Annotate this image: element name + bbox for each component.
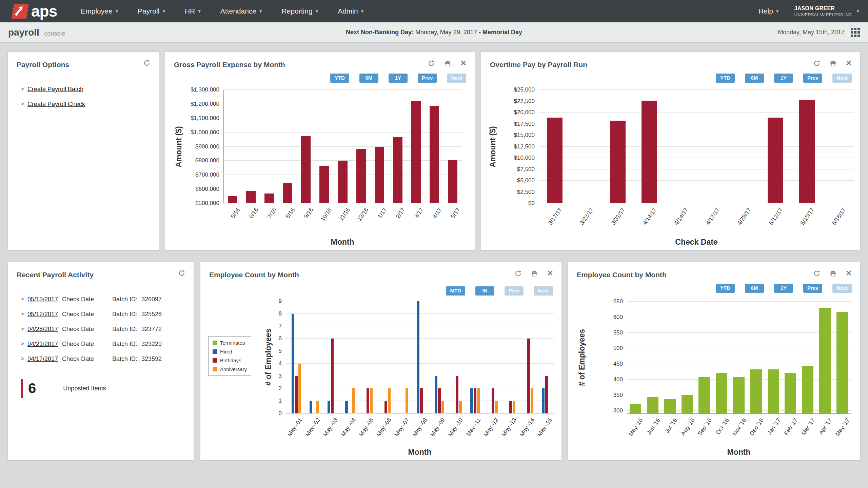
nav-item-label: Payroll <box>138 7 159 15</box>
x-axis-label: Month <box>331 238 354 247</box>
nav-item-employee[interactable]: Employee▾ <box>81 7 118 15</box>
bar <box>246 191 256 203</box>
nav-item-attendance[interactable]: Attendance▾ <box>220 7 262 15</box>
x-tick: Apr '17 <box>818 417 834 436</box>
bar <box>295 376 298 413</box>
bar <box>768 369 779 414</box>
activity-date-link[interactable]: 05/15/2017 <box>27 296 58 303</box>
bar-group <box>465 301 482 413</box>
payroll-options-list: >Create Payroll Batch >Create Payroll Ch… <box>21 82 85 111</box>
x-tick-slot: 3/17 <box>407 204 425 236</box>
create-payroll-batch-link[interactable]: Create Payroll Batch <box>27 86 83 93</box>
bar <box>492 388 494 413</box>
batch-id-label: Batch ID: <box>112 296 137 303</box>
x-tick: Aug '16 <box>679 417 696 437</box>
user-company: UNIVERSAL WIRELESS INC <box>794 12 852 17</box>
x-tick: May -12 <box>483 417 500 438</box>
x-tick: Mar '17 <box>800 417 817 436</box>
x-tick-slot: 5/16 <box>223 204 242 236</box>
bar-group <box>791 90 823 203</box>
bar <box>477 388 480 413</box>
y-axis-label: # of Employees <box>264 329 273 386</box>
bar <box>393 137 402 203</box>
bar <box>750 369 762 414</box>
x-tick: 6/16 <box>248 207 260 220</box>
apps-grid-icon[interactable] <box>851 28 860 37</box>
subheader-bar: payroll console Next Non-Banking Day: Mo… <box>0 22 868 43</box>
x-tick-slot: 4/14/17 <box>633 204 665 236</box>
bar <box>345 401 348 413</box>
panel-payroll-options: Payroll Options >Create Payroll Batch >C… <box>7 52 159 250</box>
x-tick: Jan '17 <box>766 417 782 436</box>
app-subtitle: console <box>44 30 65 37</box>
activity-type: Check Date <box>62 326 94 333</box>
bar <box>417 301 419 413</box>
y-tick: $1,100,000 <box>191 115 219 122</box>
bar-group <box>242 90 260 203</box>
nav-item-reporting[interactable]: Reporting▾ <box>282 7 318 15</box>
user-menu[interactable]: JASON GREER UNIVERSAL WIRELESS INC ▾ <box>794 5 859 17</box>
activity-date-link[interactable]: 04/28/2017 <box>27 326 58 333</box>
row-arrow: > <box>21 326 24 332</box>
x-tick: 1/17 <box>376 207 388 220</box>
x-axis-label: Month <box>408 448 432 457</box>
bar-group <box>223 90 242 203</box>
y-tick: 300 <box>613 407 623 414</box>
x-tick-slot: Feb '17 <box>782 414 799 447</box>
bar-group <box>339 301 357 413</box>
row-arrow: > <box>21 86 24 93</box>
row-arrow: > <box>21 341 24 347</box>
bar <box>384 401 387 413</box>
bar-group <box>833 302 851 414</box>
nav-item-label: HR <box>185 7 195 15</box>
nav-item-admin[interactable]: Admin▾ <box>338 7 363 15</box>
bar-group <box>823 90 854 203</box>
banner-label: Next Non-Banking Day: <box>346 29 414 36</box>
bar-group <box>375 301 393 413</box>
x-tick: 3/17 <box>413 207 425 220</box>
nav-item-help[interactable]: Help▾ <box>758 7 779 15</box>
nav-item-hr[interactable]: HR▾ <box>185 7 201 15</box>
bar <box>647 397 658 414</box>
bar-group <box>765 302 782 414</box>
y-tick: $17,500 <box>514 121 535 127</box>
table-row: > 04/21/2017 Check Date Batch ID:323229 <box>21 337 187 351</box>
legend-item: Anniversary <box>213 366 247 372</box>
chart-legend: TerminatesHiredBirthdaysAnniversary <box>208 336 251 376</box>
y-tick: 5 <box>279 348 282 354</box>
bar <box>474 388 476 413</box>
aps-logo[interactable]: aps <box>9 2 57 20</box>
bar-group <box>321 301 339 413</box>
activity-date-link[interactable]: 05/12/2017 <box>27 311 58 318</box>
bar <box>292 314 294 413</box>
x-tick: May -05 <box>358 417 375 438</box>
bar <box>547 118 563 203</box>
activity-date-link[interactable]: 04/21/2017 <box>27 341 58 348</box>
bar <box>430 106 439 203</box>
activity-date-link[interactable]: 04/17/2017 <box>27 355 58 363</box>
x-tick-slot: 5/15/17 <box>791 204 823 236</box>
x-tick: 5/18/17 <box>831 207 847 226</box>
x-tick-slot: May '17 <box>833 414 851 447</box>
x-tick-slot: 4/17 <box>425 204 443 236</box>
bar-group <box>315 90 333 203</box>
nav-item-label: Admin <box>338 7 358 15</box>
x-tick: 4/14/17 <box>673 207 690 226</box>
panel-gross-payroll-expense: Gross Payroll Expense by Month ✕ YTD6M1Y… <box>165 52 475 250</box>
nav-item-payroll[interactable]: Payroll▾ <box>138 7 165 15</box>
refresh-icon[interactable] <box>178 269 185 277</box>
x-tick-slot: 5/12/17 <box>760 204 791 236</box>
y-tick: $1,200,000 <box>191 101 219 107</box>
batch-id: Batch ID:323772 <box>112 326 162 333</box>
table-row: > 04/17/2017 Check Date Batch ID:323592 <box>21 351 187 366</box>
x-tick: 8/16 <box>284 207 296 220</box>
y-tick: $900,000 <box>195 143 219 150</box>
plot-area: 300350400450500550600650 <box>627 302 851 414</box>
refresh-icon[interactable] <box>143 59 151 67</box>
bar-group <box>728 90 760 203</box>
x-tick: May -06 <box>375 417 393 438</box>
bar <box>406 388 408 413</box>
create-payroll-check-link[interactable]: Create Payroll Check <box>27 101 85 108</box>
bar-columns <box>627 302 851 414</box>
bar <box>283 183 292 203</box>
